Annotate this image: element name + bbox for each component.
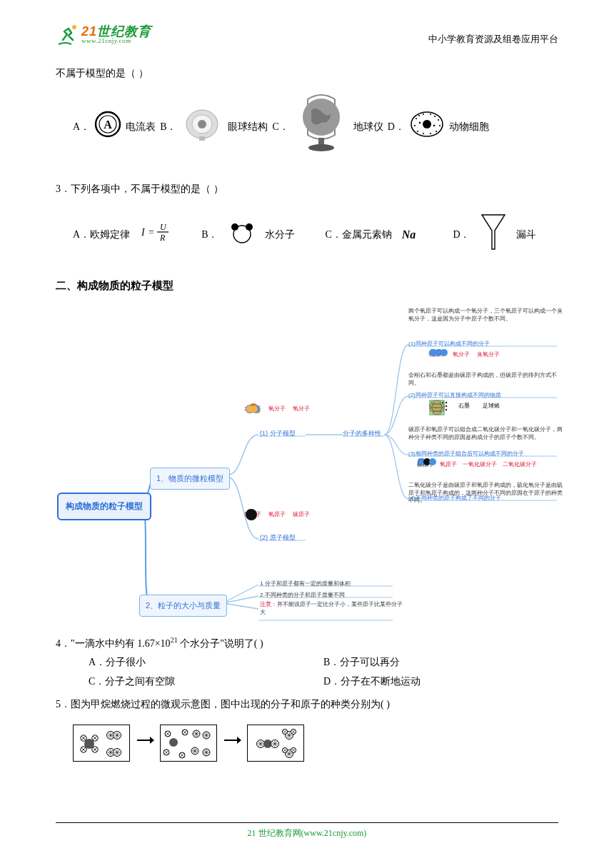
q3-a: A．欧姆定律	[73, 226, 130, 245]
svg-point-55	[251, 405, 258, 413]
mm-r4-title: (4)不同种类的原子构成了不同的分子	[408, 493, 501, 503]
page-header: 21世纪教育 www.21cnjy.com 中小学教育资源及组卷应用平台	[56, 23, 558, 49]
svg-point-88	[429, 458, 436, 465]
svg-text:U: U	[160, 222, 167, 232]
page-footer: 21 世纪教育网(www.21cnjy.com)	[56, 822, 558, 839]
arrow-icon	[223, 734, 241, 753]
footer-brand: 21 世纪教育网	[248, 828, 301, 838]
q4-stem-a: 4．"一滴水中约有 1.67×10	[56, 638, 171, 649]
svg-point-15	[423, 113, 424, 114]
logo-tail: 世纪教育	[97, 24, 151, 39]
site-logo: 21世纪教育 www.21cnjy.com	[56, 23, 151, 46]
mm-r1-mol: 氧原子 氧分子 臭氧分子	[428, 348, 500, 360]
q3-d-prefix: D．	[453, 226, 470, 245]
svg-point-33	[231, 223, 238, 231]
animal-cell-icon	[409, 110, 445, 146]
svg-point-6	[198, 120, 206, 128]
svg-point-14	[418, 114, 420, 116]
mm-m2-label: (2) 原子模型	[260, 532, 296, 544]
q2-a-label: 电流表	[126, 118, 156, 137]
q3-c: C．金属元素钠	[325, 226, 391, 245]
svg-point-26	[433, 124, 436, 126]
q4-stem-b: 个水分子"说明了( )	[178, 638, 263, 649]
q2-lead: 不属于模型的是（ ）	[56, 64, 558, 84]
q4-b: B．分子可以再分	[323, 653, 558, 672]
q3-b-prefix: B．	[201, 226, 218, 245]
svg-rect-9	[318, 138, 324, 145]
q2-options: A． A 电流表 B． 眼球结构 C．	[56, 92, 558, 163]
footer-url: (www.21cnjy.com)	[301, 828, 367, 838]
mm-b2-l1: 1.分子和原子都有一定的质量和体积	[260, 578, 351, 589]
q2-b-label: 眼球结构	[228, 118, 268, 137]
q4-exp: 21	[171, 636, 178, 644]
rxn-box-3	[247, 725, 304, 762]
svg-point-25	[419, 121, 421, 123]
eye-model-icon	[181, 106, 223, 149]
arrow-icon	[136, 734, 154, 753]
svg-point-75	[446, 405, 448, 408]
rxn-box-2	[160, 725, 217, 762]
q3-options: A．欧姆定律 I = U R B． 水分子	[56, 212, 558, 259]
mm-b2: 2、粒子的大小与质量	[139, 595, 227, 617]
q4-c: C．分子之间有空隙	[89, 672, 323, 692]
svg-line-38	[223, 603, 258, 609]
mm-b1: 1、物质的微粒模型	[150, 468, 230, 490]
svg-point-19	[439, 124, 441, 126]
q2-a-prefix: A．	[73, 118, 90, 137]
svg-point-13	[416, 117, 417, 118]
header-subtitle: 中小学教育资源及组卷应用平台	[428, 33, 558, 46]
logo-runner-icon	[56, 23, 79, 46]
mm-b2-l3: 注意：并不能说原子一定比分子小，某些原子比某些分子大	[260, 601, 403, 617]
svg-point-22	[423, 132, 424, 133]
q3-stem: 3．下列各项中，不属于模型的是（ ）	[56, 180, 558, 199]
mm-r3-mol: 碳原子 氧原子 一氧化碳分子 二氧化碳分子	[417, 458, 537, 470]
ammeter-icon: A	[94, 111, 121, 145]
svg-point-70	[446, 402, 448, 404]
q4-d: D．分子在不断地运动	[323, 672, 558, 692]
rxn-box-1	[73, 725, 130, 762]
svg-text:R: R	[159, 233, 166, 243]
q5-stem: 5．图为甲烷燃烧过程的微观示意图，图中出现的分子和原子的种类分别为( )	[56, 695, 558, 715]
svg-point-18	[438, 118, 439, 120]
svg-point-64	[441, 349, 448, 356]
mm-r1-desc: 两个氧原子可以构成一个氧分子，三个氧原子可以构成一个臭氧分子，这是因为分子中原子…	[408, 308, 565, 323]
svg-text:A: A	[104, 118, 112, 131]
svg-point-99	[169, 738, 178, 747]
page-content: 不属于模型的是（ ） A． A 电流表 B．	[56, 64, 558, 762]
mm-r2-mol: 金刚石 石墨 足球烯	[428, 399, 500, 411]
svg-point-23	[417, 130, 418, 131]
q2-d-label: 动物细胞	[449, 118, 489, 137]
svg-point-16	[430, 113, 431, 114]
q2-b-prefix: B．	[160, 118, 176, 137]
particle-model-mindmap: 构成物质的粒子模型 1、物质的微粒模型 2、粒子的大小与质量 水分子 氧分子 氢…	[57, 303, 557, 625]
mm-r2-desc: 金刚石和石墨都是由碳原子构成的，但碳原子的排列方式不同。	[408, 372, 565, 388]
svg-point-80	[446, 409, 448, 411]
svg-point-34	[246, 223, 253, 231]
svg-line-37	[223, 596, 258, 603]
mm-r3-desc: 碳原子和氧原子可以组合成二氧化碳分子和一氧化碳分子，两种分子种类不同的原因是构成…	[408, 426, 565, 442]
svg-point-21	[430, 132, 431, 133]
mm-b2-l2: 2.不同种类的分子和原子质量不同	[260, 590, 345, 600]
section2-title: 二、构成物质的粒子模型	[56, 276, 558, 296]
q3-b-label: 水分子	[265, 226, 295, 245]
svg-point-17	[434, 115, 436, 116]
mm-molrow2: 氢原子 氧原子 碳原子	[244, 508, 310, 520]
logo-url: www.21cnjy.com	[81, 38, 151, 44]
svg-point-10	[308, 144, 334, 151]
funnel-icon	[480, 212, 506, 259]
svg-point-58	[246, 509, 257, 520]
ohm-formula-icon: I = U R	[140, 221, 173, 250]
svg-line-36	[223, 585, 258, 603]
q4: 4．"一滴水中约有 1.67×1021 个水分子"说明了( ) A．分子很小 B…	[56, 633, 558, 691]
globe-icon	[293, 92, 349, 163]
q2-c-label: 地球仪	[353, 118, 383, 137]
svg-rect-7	[199, 136, 205, 141]
svg-point-24	[414, 124, 416, 126]
reaction-diagram	[56, 715, 558, 762]
q2-d-prefix: D．	[388, 118, 405, 137]
sodium-symbol: Na	[402, 224, 416, 246]
svg-point-20	[436, 130, 437, 131]
logo-num: 21	[81, 24, 97, 39]
mm-m1-label: (1) 分子模型	[260, 428, 296, 440]
q4-a: A．分子很小	[89, 653, 323, 672]
